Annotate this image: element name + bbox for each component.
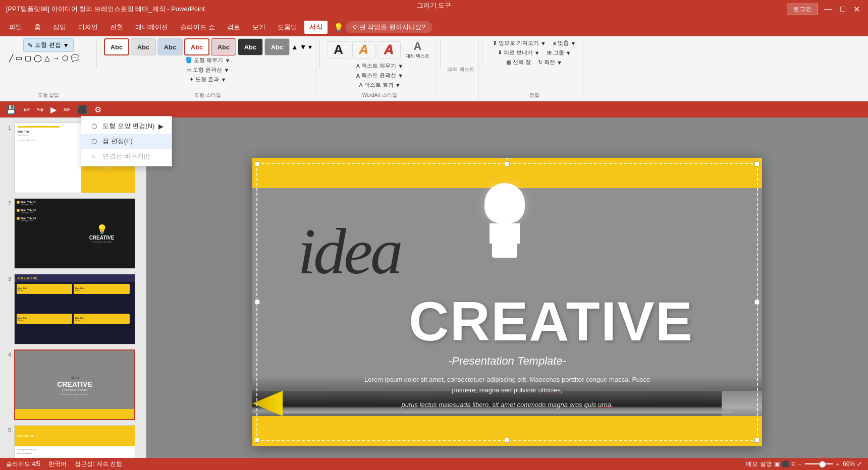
shape-effect-btn[interactable]: ✦ 도형 효과 ▼ bbox=[186, 75, 229, 84]
wordart-style-orange[interactable]: A bbox=[352, 41, 375, 58]
shape-style-expand[interactable]: ▾ bbox=[308, 43, 312, 51]
redo-icon[interactable]: ↪ bbox=[35, 104, 45, 115]
shape-style-scroll-up[interactable]: ▲ bbox=[291, 43, 298, 51]
login-button[interactable]: 로그인 bbox=[787, 4, 818, 15]
shape-callout[interactable]: 💬 bbox=[70, 53, 80, 63]
pen-icon[interactable]: ✏ bbox=[62, 104, 72, 115]
bulb-segment-3 bbox=[492, 237, 517, 244]
shape-arrow[interactable]: → bbox=[51, 53, 61, 63]
shape-style-7[interactable]: Abc bbox=[264, 38, 290, 55]
menu-item-help[interactable]: 도움말 bbox=[273, 21, 302, 34]
menu-item-design[interactable]: 디자인 bbox=[73, 21, 103, 34]
alt-text-label: 대체 텍스트 bbox=[406, 53, 430, 60]
save-icon[interactable]: 💾 bbox=[4, 104, 18, 115]
menu-item-file[interactable]: 파일 bbox=[4, 21, 27, 34]
connection-switch-icon: ⤷ bbox=[89, 152, 98, 161]
search-label[interactable]: 어떤 작업을 원하시나요? bbox=[346, 21, 432, 33]
menu-item-animation[interactable]: 애니메이션 bbox=[130, 21, 173, 34]
bring-forward-btn[interactable]: ⬆ 앞으로 가져오기 ▼ bbox=[490, 38, 549, 48]
shape-outline-btn[interactable]: ▭ 도형 윤곽선 ▼ bbox=[183, 65, 232, 75]
shape-rect[interactable]: ▭ bbox=[15, 53, 23, 63]
menu-item-format[interactable]: 서식 bbox=[304, 21, 328, 34]
comments-btn[interactable]: 설명 bbox=[760, 460, 772, 468]
ribbon-content: ✎ 도형 편집 ▼ ╱ ▭ ▢ ◯ △ → ⬡ 💬 도형 삽입 Abc Abc bbox=[0, 36, 868, 101]
shape-rounded-rect[interactable]: ▢ bbox=[24, 53, 32, 63]
rotate-arrow-icon: ▼ bbox=[557, 60, 562, 66]
wordart-style-black[interactable]: A bbox=[327, 41, 350, 58]
shape-style-6[interactable]: Abc bbox=[238, 38, 263, 55]
slide-yellow-bottom bbox=[252, 416, 762, 446]
text-outline-arrow-icon: ▼ bbox=[398, 73, 403, 79]
shape-line[interactable]: ╱ bbox=[8, 53, 14, 63]
dropdown-item-shape-morph[interactable]: ⬡ 도형 모양 변경(N) ▶ bbox=[81, 119, 172, 134]
wordart-alt-text-btn[interactable]: A 대체 텍스트 bbox=[403, 38, 433, 61]
status-bar: 슬라이드 4/5 한국어 접근성: 계속 진행 메모 설명 ▣ ⬛ ≡ － ━━… bbox=[0, 458, 868, 470]
view-outline-icon[interactable]: ≡ bbox=[791, 460, 795, 467]
selection-pane-btn[interactable]: ▦ 선택 창 bbox=[503, 57, 534, 67]
group-btn[interactable]: ⊞ 그룹 ▼ bbox=[544, 48, 574, 57]
menu-item-insert[interactable]: 삽입 bbox=[48, 21, 71, 34]
menu-item-transition[interactable]: 전환 bbox=[105, 21, 128, 34]
effect-arrow-icon: ▼ bbox=[221, 77, 226, 83]
slide-thumb-4[interactable]: 4 idea CREATIVE Presentation Template Lo… bbox=[2, 348, 144, 421]
connection-switch-label: 연결선 바꾸기(I) bbox=[102, 152, 150, 161]
more-tools-icon[interactable]: ⚙ bbox=[92, 104, 103, 115]
text-fill-btn[interactable]: A 텍스트 채우기 ▼ bbox=[353, 61, 406, 71]
ribbon-group-arrange: ⬆ 앞으로 가져오기 ▼ ≡ 맞춤 ▼ ⬇ 뒤로 보내기 ▼ ⊞ bbox=[485, 38, 583, 99]
wordart-style-red[interactable]: A bbox=[377, 41, 401, 58]
shape-style-2[interactable]: Abc bbox=[131, 38, 156, 55]
view-normal-icon[interactable]: ▣ bbox=[774, 460, 780, 467]
shape-style-3[interactable]: Abc bbox=[157, 38, 183, 55]
menu-item-slideshow[interactable]: 슬라이드 쇼 bbox=[175, 21, 220, 34]
zoom-in-btn[interactable]: ＋ bbox=[835, 460, 841, 468]
rotate-btn[interactable]: ↻ 회전 ▼ bbox=[535, 57, 565, 67]
view-slide-icon[interactable]: ⬛ bbox=[782, 460, 789, 467]
text-outline-btn[interactable]: A 텍스트 윤곽선 ▼ bbox=[353, 71, 406, 80]
shape-triangle[interactable]: △ bbox=[43, 53, 51, 63]
body-text-line1: Lorem ipsum dolor sit amet, consectetuer… bbox=[364, 376, 650, 383]
minimize-icon[interactable]: — bbox=[822, 4, 834, 15]
arrange-group-label: 정렬 bbox=[529, 90, 539, 99]
language-info: 한국어 bbox=[48, 460, 67, 468]
slide-idea-text: idea bbox=[298, 218, 401, 284]
fit-slide-btn[interactable]: ⤢ bbox=[857, 460, 862, 467]
shape-style-scroll-down[interactable]: ▼ bbox=[300, 43, 307, 51]
shape-fill-btn[interactable]: 🪣 도형 채우기 ▼ bbox=[182, 55, 233, 65]
slide-thumb-img-2: Main Title #1 Subtitle goes here Main Ti… bbox=[14, 198, 135, 269]
text-fill-icon: A bbox=[356, 63, 360, 69]
zoom-slider[interactable]: ━━━━⬤━━ bbox=[805, 460, 833, 467]
shape-ellipse[interactable]: ◯ bbox=[33, 53, 43, 63]
text-effect-btn[interactable]: A 텍스트 효과 ▼ bbox=[356, 80, 403, 90]
body-text-line3a: purus lectus malesuada libero, sit amet … bbox=[401, 401, 598, 408]
menu-item-view[interactable]: 보기 bbox=[247, 21, 270, 34]
shape-edit-icon: ✎ bbox=[28, 42, 33, 49]
align-arrow-icon: ▼ bbox=[570, 40, 576, 46]
shape-edit-dropdown-btn[interactable]: ✎ 도형 편집 ▼ bbox=[23, 38, 73, 52]
shape-style-5[interactable]: Abc bbox=[211, 38, 236, 55]
bulb-filament bbox=[490, 223, 520, 244]
menu-item-review[interactable]: 검토 bbox=[222, 21, 245, 34]
arrange-row1: ⬆ 앞으로 가져오기 ▼ ≡ 맞춤 ▼ bbox=[490, 38, 579, 48]
dropdown-item-point-edit[interactable]: ⬡ 점 편집(E) bbox=[81, 134, 172, 149]
shape-style-1[interactable]: Abc bbox=[104, 38, 129, 55]
close-icon[interactable]: ✕ bbox=[851, 4, 862, 15]
menu-item-home[interactable]: 홈 bbox=[29, 21, 46, 34]
undo-icon[interactable]: ↩ bbox=[21, 104, 32, 115]
align-btn[interactable]: ≡ 맞춤 ▼ bbox=[550, 38, 579, 48]
dropdown-item-connection-switch[interactable]: ⤷ 연결선 바꾸기(I) bbox=[81, 149, 172, 164]
send-back-btn[interactable]: ⬇ 뒤로 보내기 ▼ bbox=[495, 48, 543, 57]
slide-canvas[interactable]: idea CREATIVE -Presentation Template- Lo… bbox=[252, 158, 762, 446]
highlighter-icon[interactable]: ⬛ bbox=[75, 104, 89, 115]
slide-num-3: 3 bbox=[3, 274, 11, 282]
maximize-icon[interactable]: □ bbox=[838, 4, 847, 15]
slide-thumb-2[interactable]: 2 Main Title #1 Subtitle goes here Main … bbox=[2, 197, 144, 270]
shape-more[interactable]: ⬡ bbox=[61, 53, 69, 63]
present-icon[interactable]: ▶ bbox=[48, 104, 59, 115]
outline-icon: ▭ bbox=[186, 67, 191, 73]
slide-thumb-img-4: idea CREATIVE Presentation Template Lore… bbox=[14, 349, 135, 420]
shape-style-4[interactable]: Abc bbox=[184, 38, 209, 55]
slide-subtitle: -Presentation Template- bbox=[252, 355, 762, 368]
zoom-out-btn[interactable]: － bbox=[797, 460, 803, 468]
notes-btn[interactable]: 메모 bbox=[746, 460, 758, 468]
slide-thumb-3[interactable]: 3 CREATIVE Main TitleSub text Main Title… bbox=[2, 273, 144, 345]
